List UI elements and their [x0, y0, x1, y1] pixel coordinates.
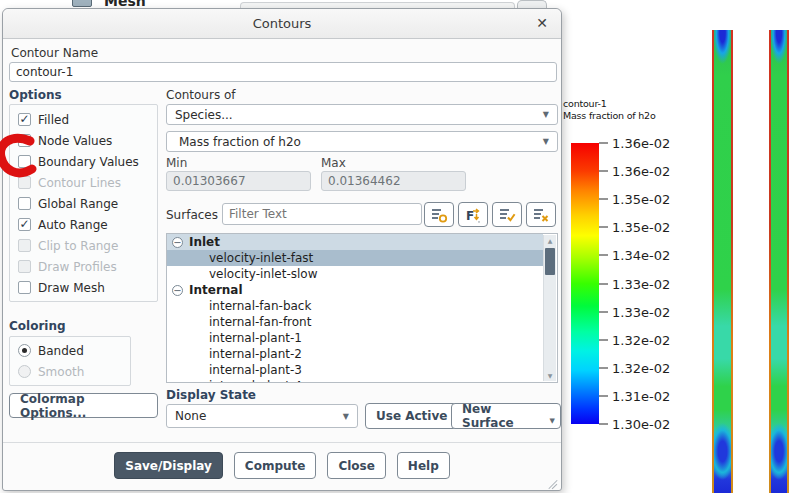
tick-mark	[599, 311, 608, 312]
chevron-down-icon: ▼	[550, 417, 555, 425]
surface-row-internal-plant-4[interactable]: internal-plant-4	[167, 378, 543, 383]
help-button[interactable]: Help	[397, 452, 450, 479]
contours-of-category-value: Species...	[175, 108, 233, 122]
deselect-all-surfaces-icon-button[interactable]	[526, 202, 556, 227]
contours-of-field-dropdown[interactable]: Mass fraction of h2o ▼	[166, 131, 558, 152]
scrollbar-thumb[interactable]	[545, 248, 555, 275]
option-label: Filled	[38, 113, 69, 127]
checkbox-icon[interactable]	[18, 281, 31, 294]
tree-collapse-icon[interactable]	[72, 0, 92, 7]
surface-row-inlet[interactable]: −Inlet	[167, 234, 543, 250]
checkbox-icon[interactable]: ✓	[18, 113, 31, 126]
surface-row-internal-plant-1[interactable]: internal-plant-1	[167, 330, 543, 346]
contours-of-category-dropdown[interactable]: Species... ▼	[166, 104, 558, 125]
surface-label: internal-fan-back	[209, 299, 311, 313]
options-heading: Options	[9, 88, 62, 102]
coloring-heading: Coloring	[9, 319, 66, 333]
contours-of-field-value: Mass fraction of h2o	[175, 135, 301, 149]
surface-row-internal-plant-2[interactable]: internal-plant-2	[167, 346, 543, 362]
radio-icon[interactable]	[18, 344, 31, 357]
coloring-label: Smooth	[38, 365, 84, 379]
dialog-titlebar[interactable]: Contours ✕	[3, 9, 561, 39]
list-check-icon	[497, 206, 517, 224]
legend-tick: 1.36e-02	[599, 164, 670, 179]
option-filled[interactable]: ✓Filled	[10, 109, 157, 130]
use-active-button[interactable]: Use Active	[365, 403, 458, 429]
surface-row-internal-fan-back[interactable]: internal-fan-back	[167, 298, 543, 314]
tick-value: 1.33e-02	[612, 304, 670, 319]
surface-row-velocity-inlet-fast[interactable]: velocity-inlet-fast	[167, 250, 543, 266]
legend-tick: 1.34e-02	[599, 248, 670, 263]
tick-value: 1.32e-02	[612, 360, 670, 375]
legend-tick: 1.33e-02	[599, 276, 670, 291]
save-display-button[interactable]: Save/Display	[114, 452, 223, 479]
contour-name-label: Contour Name	[11, 46, 98, 60]
surfaces-list[interactable]: −Inletvelocity-inlet-fastvelocity-inlet-…	[166, 233, 558, 383]
checkbox-icon[interactable]: ✓	[18, 218, 31, 231]
tick-value: 1.36e-02	[612, 164, 670, 179]
display-state-dropdown[interactable]: None ▼	[166, 404, 358, 428]
checkbox-icon[interactable]	[18, 197, 31, 210]
tick-mark	[599, 227, 608, 228]
new-surface-label: New Surface	[462, 402, 544, 430]
legend-title: contour-1 Mass fraction of h2o	[563, 98, 656, 122]
create-surface-icon-button[interactable]	[424, 202, 454, 227]
group-surfaces-icon-button[interactable]: F	[458, 202, 488, 227]
option-label: Draw Profiles	[38, 260, 117, 274]
close-button[interactable]: Close	[327, 452, 385, 479]
option-draw-mesh[interactable]: Draw Mesh	[10, 277, 157, 298]
tick-mark	[599, 199, 608, 200]
contours-of-label: Contours of	[166, 88, 236, 102]
legend-tick: 1.33e-02	[599, 304, 670, 319]
compute-button[interactable]: Compute	[234, 452, 317, 479]
surface-label: velocity-inlet-fast	[209, 251, 313, 265]
dialog-title: Contours	[253, 16, 312, 31]
surface-label: velocity-inlet-slow	[209, 267, 317, 281]
display-state-value: None	[175, 409, 206, 423]
surface-row-internal[interactable]: −Internal	[167, 282, 543, 298]
scroll-down-icon[interactable]: ▼	[544, 370, 556, 381]
tick-value: 1.34e-02	[612, 248, 670, 263]
resize-grip[interactable]	[548, 477, 559, 488]
select-all-surfaces-icon-button[interactable]	[492, 202, 522, 227]
option-auto-range[interactable]: ✓Auto Range	[10, 214, 157, 235]
tick-value: 1.36e-02	[612, 136, 670, 151]
footer-separator	[3, 442, 561, 443]
surface-row-internal-plant-3[interactable]: internal-plant-3	[167, 362, 543, 378]
surface-row-velocity-inlet-slow[interactable]: velocity-inlet-slow	[167, 266, 543, 282]
colormap-options-button[interactable]: Colormap Options...	[9, 393, 158, 418]
coloring-smooth: Smooth	[10, 361, 130, 382]
option-clip-to-range: Clip to Range	[10, 235, 157, 256]
option-label: Boundary Values	[38, 155, 139, 169]
collapse-icon[interactable]: −	[172, 237, 183, 248]
max-value-field	[321, 171, 466, 191]
tick-value: 1.32e-02	[612, 332, 670, 347]
collapse-icon[interactable]: −	[172, 285, 183, 296]
legend-tick: 1.35e-02	[599, 192, 670, 207]
tick-mark	[599, 171, 608, 172]
surface-row-internal-fan-front[interactable]: internal-fan-front	[167, 314, 543, 330]
chevron-down-icon: ▼	[343, 412, 349, 421]
legend-tick: 1.36e-02	[599, 136, 670, 151]
option-global-range[interactable]: Global Range	[10, 193, 157, 214]
max-label: Max	[321, 156, 346, 170]
option-label: Clip to Range	[38, 239, 118, 253]
surface-filter-input[interactable]	[222, 203, 422, 225]
close-icon[interactable]: ✕	[536, 15, 548, 31]
display-state-heading: Display State	[166, 388, 256, 402]
legend-contour-name: contour-1	[563, 98, 656, 110]
legend-tick: 1.35e-02	[599, 220, 670, 235]
tick-mark	[599, 424, 608, 425]
checkbox-icon	[18, 260, 31, 273]
scroll-up-icon[interactable]: ▲	[544, 235, 556, 246]
surfaces-scrollbar[interactable]: ▲ ▼	[543, 235, 556, 381]
tick-value: 1.35e-02	[612, 192, 670, 207]
new-surface-button[interactable]: New Surface ▼	[451, 403, 561, 429]
coloring-banded[interactable]: Banded	[10, 340, 130, 361]
list-x-icon	[531, 206, 551, 224]
tick-mark	[599, 367, 608, 368]
coloring-group: BandedSmooth	[9, 336, 131, 386]
legend-tick: 1.31e-02	[599, 388, 670, 403]
contour-name-input[interactable]	[9, 62, 557, 82]
tick-mark	[599, 143, 608, 144]
